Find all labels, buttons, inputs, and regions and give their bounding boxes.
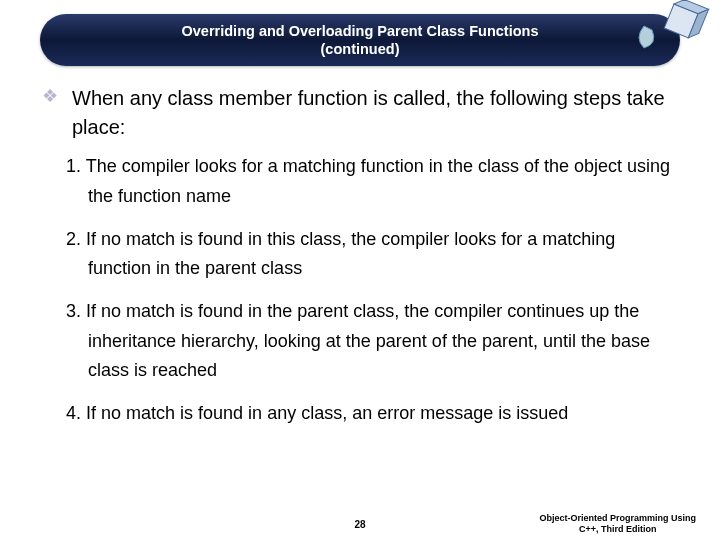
intro-text: When any class member function is called… <box>72 84 686 142</box>
footer-credit-line1: Object-Oriented Programming Using <box>539 513 696 523</box>
step-text: If no match is found in any class, an er… <box>86 403 568 423</box>
step-text: If no match is found in this class, the … <box>86 229 615 279</box>
step-number: 3. <box>66 301 81 321</box>
intro-bullet: ❖ When any class member function is call… <box>42 84 686 142</box>
slide-title-line2: (continued) <box>60 40 660 58</box>
step-number: 1. <box>66 156 81 176</box>
corner-cube-decoration <box>634 0 712 54</box>
slide-content: ❖ When any class member function is call… <box>0 66 720 429</box>
footer-credit-line2: C++, Third Edition <box>579 524 657 534</box>
list-item: 1. The compiler looks for a matching fun… <box>66 152 672 211</box>
steps-list: 1. The compiler looks for a matching fun… <box>34 152 686 429</box>
list-item: 4. If no match is found in any class, an… <box>66 399 672 429</box>
step-number: 4. <box>66 403 81 423</box>
step-text: If no match is found in the parent class… <box>86 301 650 380</box>
diamond-bullet-icon: ❖ <box>42 84 58 108</box>
slide-title-line1: Overriding and Overloading Parent Class … <box>60 22 660 40</box>
step-text: The compiler looks for a matching functi… <box>86 156 670 206</box>
step-number: 2. <box>66 229 81 249</box>
slide-title-bar: Overriding and Overloading Parent Class … <box>40 14 680 66</box>
footer-credit: Object-Oriented Programming Using C++, T… <box>539 513 696 535</box>
list-item: 2. If no match is found in this class, t… <box>66 225 672 284</box>
list-item: 3. If no match is found in the parent cl… <box>66 297 672 386</box>
